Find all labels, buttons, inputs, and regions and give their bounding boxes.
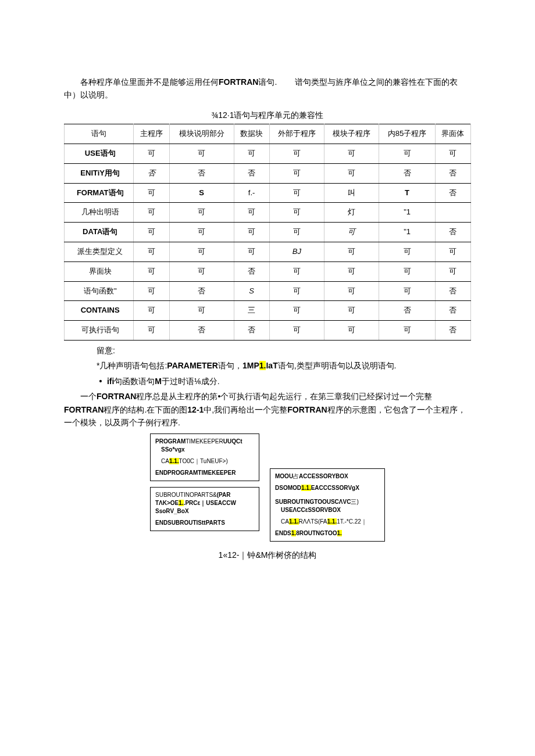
table-cell: 可 — [324, 163, 379, 183]
text-bold: PROGRAM — [155, 438, 186, 445]
text-bold: ENDS — [275, 530, 291, 536]
table-cell: 可 — [324, 261, 379, 281]
table-cell: 否 — [435, 163, 470, 183]
table-row: ENITiY用句否否否可可否否 — [65, 163, 471, 183]
table-cell: 否 — [435, 223, 470, 242]
text-bold: MOOU — [275, 473, 293, 479]
box-subroutine: SUBROUTINOPARTS&(PAR TΛK>OE1..PRCε｜USEAC… — [150, 487, 259, 531]
highlight: 1. — [179, 500, 183, 506]
table-row: 语句函数"可否S可可可否 — [65, 281, 471, 301]
table-cell: 否 — [234, 163, 269, 183]
table-cell: 可 — [379, 321, 435, 341]
row-label: 几种出明语 — [65, 203, 134, 223]
table-cell: 可 — [379, 242, 435, 261]
table-cell: 可 — [134, 261, 169, 281]
text: 于过时语⅛成分. — [162, 377, 220, 386]
table-cell: 可 — [324, 321, 379, 341]
table-cell: 可 — [324, 281, 379, 301]
table-cell: 可 — [169, 144, 234, 163]
text-bold: SsoRV_BoX — [155, 508, 189, 514]
table-row: DATA语句可可可可可"1否 — [65, 223, 471, 242]
highlight: 1. — [337, 530, 342, 536]
highlight: 1.1. — [301, 485, 311, 491]
table-cell: 可 — [269, 321, 324, 341]
table-cell: 可 — [234, 223, 269, 242]
text-bold: FORTRAN — [287, 405, 327, 414]
text-bold: FORTRAN — [97, 392, 136, 401]
table-cell: 否 — [435, 301, 470, 321]
text: CA — [281, 518, 289, 525]
table-cell: 叫 — [324, 183, 379, 203]
row-label: DATA语句 — [65, 223, 134, 242]
table-cell: 否 — [169, 281, 234, 301]
text-bold: M — [155, 377, 162, 386]
table-cell: 可 — [269, 144, 324, 163]
text: 语句， — [218, 361, 242, 370]
table-cell: 可 — [234, 203, 269, 223]
table-cell: 可 — [169, 261, 234, 281]
text-bold: EACCCSSORVgX — [311, 485, 359, 491]
table-cell: T — [379, 183, 435, 203]
text-bold: FORTRAN — [64, 405, 104, 414]
table-cell: 可 — [435, 261, 470, 281]
text-bold: ENDPROGRAM — [155, 470, 198, 476]
row-label: ENITiY用句 — [65, 163, 134, 183]
table-cell: 可 — [435, 144, 470, 163]
table-cell: 可 — [269, 301, 324, 321]
text-bold: 12-1 — [187, 405, 204, 414]
table-cell: BJ — [269, 242, 324, 261]
table-cell: 可 — [324, 144, 379, 163]
highlight: 1.1. — [169, 458, 179, 464]
table-cell: 可 — [269, 261, 324, 281]
table-cell — [435, 203, 470, 223]
text-bold: USEΛCCεSSORVBOX — [281, 507, 341, 513]
table-cell: 否 — [435, 281, 470, 301]
col-header: 主程序 — [134, 124, 169, 144]
text-bold: PARAMETER — [167, 361, 218, 370]
table-cell: 可 — [134, 281, 169, 301]
text: CA — [161, 458, 169, 464]
table-cell: "1 — [379, 203, 435, 223]
table-title: ¾12·1语句与程序单元的兼容性 — [64, 109, 471, 121]
notes: 留意: *几种声明语句包括:PARAMETER语句，1MP1.IaT语句,类型声… — [97, 344, 471, 388]
table-cell: 三 — [234, 301, 269, 321]
row-label: CONTAINS — [65, 301, 134, 321]
intro-paragraph: 各种程序单位里面并不是能够运用任何FORTRAN谙句. 谱句类型与旌序单位之间的… — [64, 76, 471, 102]
text-bold: FORTRAN — [219, 77, 258, 87]
text: UBROUTINO — [159, 492, 194, 498]
table-cell: 否 — [169, 321, 234, 341]
row-label: FORMAT语句 — [65, 183, 134, 203]
table-cell: 可 — [234, 144, 269, 163]
table-cell: 否 — [379, 301, 435, 321]
note-line: *几种声明语句包括:PARAMETER语句，1MP1.IaT语句,类型声明语句以… — [97, 359, 471, 372]
table-cell: 可 — [324, 301, 379, 321]
text-bold: ENDSUBROUTISttPARTS — [155, 519, 225, 526]
row-label: 界面块 — [65, 261, 134, 281]
text: 1T.-*C.22｜ — [337, 518, 367, 525]
table-cell: S — [234, 281, 269, 301]
table-cell: S — [169, 183, 234, 203]
text: 语句,类型声明语句以及说明语句. — [278, 361, 397, 370]
text: 各种程序单位里面并不是能够运用任何 — [80, 77, 219, 87]
col-header: 界面体 — [435, 124, 470, 144]
table-cell: 否 — [379, 163, 435, 183]
text-bold: TIMEKEEPER — [198, 470, 236, 476]
table-cell: 可 — [134, 223, 169, 242]
diagram-left-col: PROGRAMTIMEKEEPERUUQCt SSo*vgx CA1.1.TO0… — [150, 433, 259, 531]
table-cell: 可 — [269, 163, 324, 183]
text: 一个 — [80, 392, 97, 401]
table-cell: 灯 — [324, 203, 379, 223]
note-line: 留意: — [97, 344, 471, 357]
text-bold: DSOMOD — [275, 485, 301, 491]
table-cell: 可 — [134, 183, 169, 203]
text: TO0C｜TuNEUF>) — [179, 458, 228, 464]
table-cell: 可 — [379, 144, 435, 163]
table-cell: 否 — [134, 163, 169, 183]
text: 中,我们再给出一个完整 — [204, 405, 287, 414]
text: 程序总是从主程序的第•个可执行语句起先运行，在第三章我们已经探讨过一个完整 — [136, 392, 432, 401]
text: TIMEKEEPER — [186, 438, 223, 445]
box-program: PROGRAMTIMEKEEPERUUQCt SSo*vgx CA1.1.TO0… — [150, 433, 259, 481]
row-label: 语句函数" — [65, 281, 134, 301]
col-header: 数据块 — [234, 124, 269, 144]
table-cell: 可 — [134, 321, 169, 341]
